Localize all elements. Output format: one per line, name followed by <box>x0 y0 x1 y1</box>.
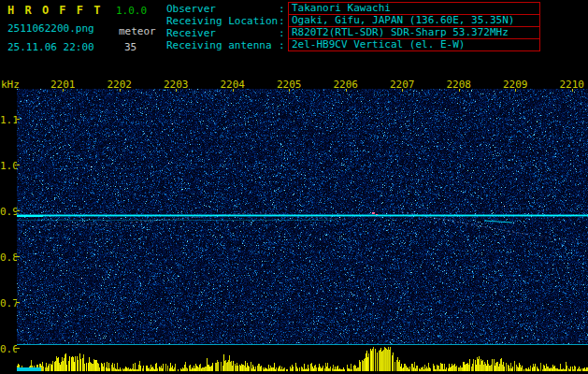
app-version: 1.0.0 <box>116 5 147 17</box>
info-label: Receiver <box>166 27 279 39</box>
info-colon: : <box>279 27 288 39</box>
info-row: Observer:Takanori Kawachi <box>166 3 540 14</box>
info-row: Receiver:R820T2(RTL-SDR) SDR-Sharp 53.37… <box>166 27 540 38</box>
app-title: H R O F F T <box>7 4 102 17</box>
spectrogram-canvas <box>17 89 588 374</box>
hrofft-window: H R O F F T 1.0.0 2511062200.png meteor … <box>0 0 588 374</box>
mode-label: meteor <box>119 25 156 37</box>
freq-label: 1.1 <box>0 114 14 126</box>
datetime-label: 25.11.06 22:00 <box>7 41 94 53</box>
freq-label: 1.0 <box>0 160 14 172</box>
info-label: Observer <box>166 3 279 15</box>
freq-label: 0.7 <box>0 297 14 309</box>
info-value: 2el-HB9CV Vertical (el. E-W) <box>288 38 540 51</box>
info-row: Receiving antenna:2el-HB9CV Vertical (el… <box>166 39 540 50</box>
info-value: Ogaki, Gifu, JAPAN (136.60E, 35.35N) <box>288 14 540 27</box>
info-row: Receiving Location:Ogaki, Gifu, JAPAN (1… <box>166 15 540 26</box>
sample-count: 35 <box>124 41 136 53</box>
info-label: Receiving antenna <box>166 39 279 51</box>
info-colon: : <box>279 39 288 51</box>
info-colon: : <box>279 15 288 27</box>
info-value: Takanori Kawachi <box>288 2 540 15</box>
freq-label: 0.9 <box>0 206 14 218</box>
info-value: R820T2(RTL-SDR) SDR-Sharp 53.372MHz <box>288 26 540 39</box>
freq-label: 0.6 <box>0 343 14 355</box>
output-filename: 2511062200.png <box>7 22 94 35</box>
freq-label: 0.8 <box>0 252 14 264</box>
observer-info-block: Observer:Takanori KawachiReceiving Locat… <box>166 3 540 51</box>
info-colon: : <box>279 3 288 15</box>
info-label: Receiving Location <box>166 15 279 27</box>
